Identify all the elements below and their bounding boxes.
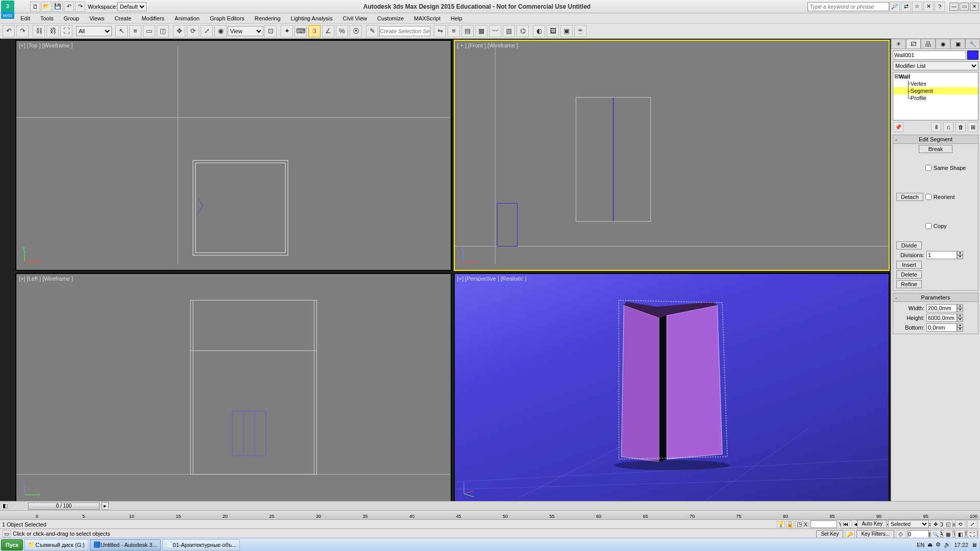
autokey-button[interactable]: Auto Key [857,520,887,528]
dope-sheet-icon[interactable]: ▥ [503,25,515,37]
copy-check[interactable] [925,223,932,229]
workspace-select[interactable]: Default [117,2,146,11]
percent-snap-icon[interactable]: % [336,25,348,37]
time-config-icon[interactable]: ⏲ [896,530,906,538]
menu-edit[interactable]: Edit [15,14,35,22]
snaps-toggle[interactable]: 3 [308,25,321,37]
viewport-perspective[interactable]: [+] [Perspective ] [Realistic ] [454,273,890,504]
ref-coord-select[interactable]: View [228,26,263,36]
taskbar-item[interactable]: 🟦 Untitled - Autodesk 3... [90,539,161,550]
curve-editor-icon[interactable]: 〰 [489,25,501,37]
help-icon[interactable]: ? [935,2,945,12]
save-icon[interactable]: 💾 [53,2,63,12]
schematic-icon[interactable]: ⌬ [517,25,529,37]
modifier-list[interactable]: Modifier List [893,61,978,70]
manipulate-icon[interactable]: ✦ [281,25,293,37]
link-icon[interactable]: ⛓ [33,25,45,37]
spinner-down[interactable]: ▼ [957,255,963,259]
rollout-header[interactable]: Parameters [893,293,978,302]
timeline-ruler[interactable]: 0510152025303540455055606570758085909510… [0,511,980,520]
object-color-swatch[interactable] [967,51,978,60]
menu-lighting[interactable]: Lighting Analysis [286,14,338,22]
spinner-up[interactable]: ▲ [957,251,963,255]
selection-filter[interactable]: All [76,26,112,36]
undo-icon[interactable]: ↶ [64,2,74,12]
menu-customize[interactable]: Customize [372,14,409,22]
timeconfig-icon[interactable]: ◧ [1,503,9,510]
redo-button[interactable]: ↷ [16,25,29,37]
remove-modifier-icon[interactable]: 🗑 [955,122,966,132]
pin-stack-icon[interactable]: 📌 [893,122,903,132]
open-icon[interactable]: 📂 [41,2,52,12]
tab-hierarchy[interactable]: 品 [921,39,936,48]
setkey-button[interactable]: Set Key [816,530,843,538]
show-end-result-icon[interactable]: Ⅱ [931,122,941,132]
menu-maxscript[interactable]: MAXScript [409,14,446,22]
exchange-icon[interactable]: ✕ [923,2,934,12]
nav-pan-icon[interactable]: ✥ [930,520,941,528]
menu-rendering[interactable]: Rendering [250,14,286,22]
delete-button[interactable]: Delete [896,270,922,279]
undo-button[interactable]: ↶ [3,25,15,37]
material-editor-icon[interactable]: ◐ [533,25,545,37]
menu-modifiers[interactable]: Modifiers [136,14,169,22]
favorite-icon[interactable]: ☆ [912,2,922,12]
divisions-input[interactable] [926,251,957,259]
taskbar-item[interactable]: 📁 Съемный диск (G:) [24,539,88,550]
search-icon[interactable]: 🔎 [890,2,900,12]
menu-create[interactable]: Create [109,14,136,22]
nav-zoomall-icon[interactable]: ▦ [943,530,953,538]
tab-modify[interactable]: 🗠 [906,39,921,48]
insert-button[interactable]: Insert [896,261,922,269]
reorient-check[interactable] [925,194,932,200]
object-name-input[interactable] [893,51,966,60]
clock[interactable]: 17:22 [954,542,968,548]
time-slider[interactable]: 0 / 100 [28,503,100,510]
tab-display[interactable]: ▣ [950,39,965,48]
modifier-stack[interactable]: ⊟ Wall ├ Vertex ├ Segment └ Profile [893,72,978,120]
nav-max-icon[interactable]: ⛶ [967,530,977,538]
app-logo[interactable]: 3 [1,1,14,13]
move-icon[interactable]: ✥ [173,25,185,37]
refine-button[interactable]: Refine [896,280,922,288]
keyboard-shortcut-icon[interactable]: ⌨ [295,25,307,37]
rollout-header[interactable]: Edit Segment [893,135,978,144]
track-bar[interactable]: ◧ 0 / 100 ▸ [0,502,980,511]
slider-handle-icon[interactable]: ▸ [102,502,109,510]
tab-motion[interactable]: ◉ [936,39,950,48]
key-filter-select[interactable]: Selected [888,520,929,528]
spinner-snap-icon[interactable]: ⦿ [350,25,362,37]
tray-icon[interactable]: 🖥 [971,542,977,548]
rotate-icon[interactable]: ⟳ [187,25,199,37]
angle-snap-icon[interactable]: ∠ [322,25,334,37]
same-shape-check[interactable] [925,165,932,171]
layers-icon[interactable]: ▤ [461,25,474,37]
window-crossing-icon[interactable]: ◫ [157,25,169,37]
break-button[interactable]: Break [919,145,953,153]
key-icon[interactable]: 🔑 [845,530,855,538]
placement-icon[interactable]: ◉ [214,25,227,37]
select-name-icon[interactable]: ≡ [129,25,141,37]
align-icon[interactable]: ≡ [448,25,460,37]
nav-walk-icon[interactable]: ◱ [943,520,953,528]
mirror-icon[interactable]: ⇋ [434,25,446,37]
render-frame-icon[interactable]: ▣ [560,25,573,37]
lang-indicator[interactable]: EN [917,542,924,548]
nav-fov-icon[interactable]: ◧ [955,530,965,538]
viewport-front[interactable]: [ + ] [Front ] [Wireframe ] zx [454,40,890,271]
width-input[interactable] [926,304,957,312]
help-search-input[interactable] [807,2,889,11]
redo-icon[interactable]: ↷ [75,2,85,12]
nav-zoom-icon[interactable]: 🔍 [930,530,941,538]
bottom-input[interactable] [926,323,957,332]
bind-icon[interactable]: ⛶ [60,25,72,37]
menu-help[interactable]: Help [446,14,468,22]
nav-orbit-icon[interactable]: ⟲ [955,520,965,528]
keyfilters-button[interactable]: Key Filters... [856,530,894,538]
menu-grapheditors[interactable]: Graph Editors [205,14,250,22]
named-sel-edit-icon[interactable]: ✎ [366,25,378,37]
scale-icon[interactable]: ⤢ [201,25,213,37]
configure-sets-icon[interactable]: ⊞ [968,122,978,132]
layer-explorer-icon[interactable]: ▦ [475,25,487,37]
system-tray[interactable]: EN ⏏ ⚙ 🔊 17:22 🖥 [915,541,979,548]
